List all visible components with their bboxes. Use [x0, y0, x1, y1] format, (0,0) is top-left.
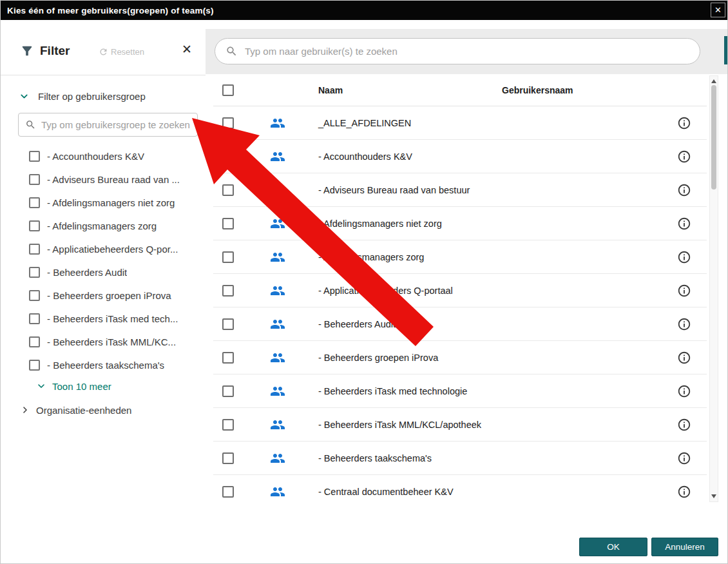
group-checkbox[interactable]	[29, 220, 40, 231]
table-row[interactable]: - Afdelingsmanagers zorg	[213, 240, 707, 274]
table-header: Naam Gebruikersnaam	[213, 74, 707, 106]
filter-group-section-label: Filter op gebruikersgroep	[38, 91, 146, 102]
ok-button[interactable]: OK	[579, 538, 647, 556]
scroll-thumb[interactable]	[711, 85, 716, 190]
group-checkbox-item[interactable]: - Applicatiebeheerders Q-por...	[29, 237, 198, 260]
row-checkbox[interactable]	[222, 452, 234, 464]
row-checkbox[interactable]	[222, 184, 234, 196]
info-icon[interactable]	[677, 418, 691, 432]
row-checkbox[interactable]	[222, 419, 234, 431]
table-row[interactable]: - Accounthouders K&V	[213, 140, 707, 173]
filter-panel: Filter Resetten ✕ Filter op gebruikersgr…	[1, 20, 206, 564]
info-icon[interactable]	[677, 284, 691, 298]
info-icon[interactable]	[677, 183, 691, 197]
info-icon[interactable]	[677, 384, 691, 398]
search-icon	[25, 119, 36, 130]
row-checkbox[interactable]	[222, 117, 234, 129]
chevron-down-icon	[36, 381, 46, 391]
group-checkbox[interactable]	[29, 290, 40, 301]
table-row[interactable]: - Applicatiebeheerders Q-portaal	[213, 274, 707, 307]
group-icon	[270, 384, 285, 399]
group-checkbox-item[interactable]: - Beheerders iTask MML/KC...	[29, 330, 198, 353]
show-more-link[interactable]: Toon 10 meer	[36, 378, 111, 394]
group-checkbox[interactable]	[29, 360, 40, 371]
row-checkbox[interactable]	[222, 318, 234, 330]
row-checkbox[interactable]	[222, 285, 234, 297]
scroll-up-icon[interactable]	[711, 79, 716, 83]
group-checkbox-item[interactable]: - Beheerders iTask med tech...	[29, 307, 198, 330]
row-name: - Accounthouders K&V	[318, 140, 412, 173]
info-icon[interactable]	[677, 217, 691, 231]
user-search-input[interactable]	[245, 46, 689, 57]
group-label: - Beheerders iTask med tech...	[47, 313, 178, 324]
group-checkbox[interactable]	[29, 267, 40, 278]
group-checkbox[interactable]	[29, 174, 40, 185]
table-row[interactable]: _ALLE_AFDELINGEN	[213, 106, 707, 140]
row-name: - Applicatiebeheerders Q-portaal	[318, 274, 453, 307]
table-row[interactable]: - Beheerders taakschema's	[213, 442, 707, 475]
group-checkbox-item[interactable]: - Beheerders groepen iProva	[29, 284, 198, 307]
filter-panel-close-button[interactable]: ✕	[182, 42, 192, 57]
accent-bar	[724, 36, 728, 64]
group-icon	[270, 149, 285, 164]
table-row[interactable]: - Centraal documentbeheer K&V	[213, 475, 707, 502]
table-scrollbar[interactable]	[709, 75, 718, 502]
table-row[interactable]: - Afdelingsmanagers niet zorg	[213, 207, 707, 240]
dialog-close-button[interactable]: ✕	[711, 3, 725, 17]
group-checkbox-item[interactable]: - Adviseurs Bureau raad van ...	[29, 168, 198, 191]
group-checkbox[interactable]	[29, 313, 40, 324]
group-checkbox-item[interactable]: - Afdelingsmanagers niet zorg	[29, 191, 198, 214]
row-name: - Afdelingsmanagers zorg	[318, 240, 424, 274]
row-name: - Beheerders groepen iProva	[318, 341, 438, 374]
table-row[interactable]: - Beheerders iTask med technologie	[213, 374, 707, 408]
group-checkbox[interactable]	[29, 336, 40, 347]
row-checkbox[interactable]	[222, 385, 234, 397]
row-checkbox[interactable]	[222, 486, 234, 498]
row-checkbox[interactable]	[222, 151, 234, 162]
group-list: - Accounthouders K&V - Adviseurs Bureau …	[29, 144, 198, 376]
group-checkbox-item[interactable]: - Beheerders Audit	[29, 260, 198, 284]
info-icon[interactable]	[677, 250, 691, 264]
group-label: - Beheerders taakschema's	[47, 360, 164, 371]
select-all-checkbox[interactable]	[222, 84, 234, 96]
group-icon	[270, 451, 285, 466]
org-units-section-toggle[interactable]: Organisatie-eenheden	[20, 402, 131, 418]
group-checkbox-item[interactable]: - Beheerders taakschema's	[29, 353, 198, 376]
cancel-button[interactable]: Annuleren	[651, 538, 718, 556]
user-search-field[interactable]	[215, 38, 700, 64]
filter-panel-divider	[1, 75, 206, 75]
table-row[interactable]: - Beheerders Audit	[213, 307, 707, 341]
info-icon[interactable]	[677, 451, 691, 465]
filter-group-section-toggle[interactable]: Filter op gebruikersgroep	[19, 91, 146, 102]
dialog-title: Kies één of meer gebruikers(groepen) of …	[7, 6, 214, 15]
reset-filter-button[interactable]: Resetten	[99, 47, 144, 57]
group-label: - Applicatiebeheerders Q-por...	[47, 244, 178, 255]
group-icon	[270, 115, 285, 131]
table-row[interactable]: - Adviseurs Bureau raad van bestuur	[213, 173, 707, 207]
table-row[interactable]: - Beheerders groepen iProva	[213, 341, 707, 374]
group-checkbox-item[interactable]: - Afdelingsmanagers zorg	[29, 214, 198, 237]
column-header-gebruikersnaam: Gebruikersnaam	[502, 85, 573, 95]
group-icon	[270, 249, 285, 265]
group-checkbox[interactable]	[29, 151, 40, 162]
group-checkbox[interactable]	[29, 244, 40, 255]
reset-label: Resetten	[111, 47, 144, 57]
row-checkbox[interactable]	[222, 218, 234, 229]
row-checkbox[interactable]	[222, 251, 234, 263]
table-body: _ALLE_AFDELINGEN - Accounthouders K&V - …	[213, 106, 707, 502]
info-icon[interactable]	[677, 485, 691, 499]
row-name: - Beheerders taakschema's	[318, 442, 432, 475]
info-icon[interactable]	[677, 351, 691, 365]
row-checkbox[interactable]	[222, 352, 234, 364]
group-checkbox-item[interactable]: - Accounthouders K&V	[29, 144, 198, 168]
group-checkbox[interactable]	[29, 197, 40, 208]
table-row[interactable]: - Beheerders iTask MML/KCL/apotheek	[213, 408, 707, 442]
group-icon	[270, 484, 285, 500]
info-icon[interactable]	[677, 150, 691, 164]
group-label: - Beheerders iTask MML/KC...	[47, 336, 176, 347]
group-search-field[interactable]	[18, 113, 198, 137]
info-icon[interactable]	[677, 116, 691, 130]
group-search-input[interactable]	[41, 119, 191, 130]
scroll-down-icon[interactable]	[711, 494, 716, 498]
info-icon[interactable]	[677, 317, 691, 331]
